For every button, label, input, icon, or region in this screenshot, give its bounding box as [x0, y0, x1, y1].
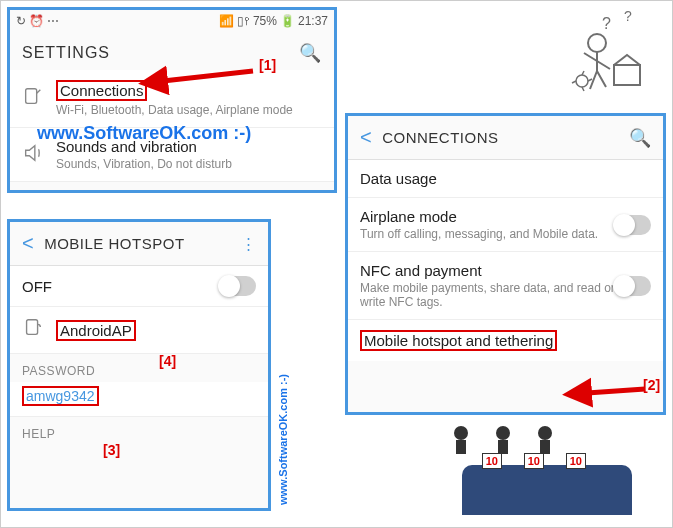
password-section-label: PASSWORD: [10, 354, 268, 382]
svg-point-12: [454, 426, 468, 440]
hotspot-toggle[interactable]: [220, 276, 256, 296]
sync-icon: ↻: [16, 14, 26, 28]
airplane-sub: Turn off calling, messaging, and Mobile …: [360, 227, 615, 241]
settings-title: SETTINGS: [22, 44, 110, 62]
score-3: 10: [566, 453, 586, 469]
svg-rect-13: [456, 440, 466, 454]
svg-point-16: [538, 426, 552, 440]
row-data-usage[interactable]: Data usage: [348, 160, 663, 198]
svg-rect-17: [540, 440, 550, 454]
hotspot-header: < MOBILE HOTSPOT ⋮: [10, 222, 268, 266]
signal-icon: ▯⫯: [237, 14, 250, 28]
watermark-main: www.SoftwareOK.com :-): [37, 123, 251, 144]
wifi-icon: 📶: [219, 14, 234, 28]
svg-line-4: [163, 71, 253, 81]
connections-icon: [22, 86, 56, 112]
dots-icon: ⋯: [47, 14, 59, 28]
svg-point-9: [588, 34, 606, 52]
row-mobile-hotspot[interactable]: Mobile hotspot and tethering: [348, 320, 663, 361]
callout-3: [3]: [103, 442, 120, 458]
watermark-side: www.SoftwareOK.com :-): [277, 374, 289, 505]
settings-header: SETTINGS 🔍: [10, 32, 334, 70]
back-icon[interactable]: <: [22, 232, 34, 255]
callout-4: [4]: [159, 353, 176, 369]
nfc-sub: Make mobile payments, share data, and re…: [360, 281, 615, 309]
row-hotspot-toggle[interactable]: OFF: [10, 266, 268, 307]
couch-illustration: [462, 465, 632, 515]
confused-person-illustration: ? ?: [552, 11, 652, 113]
clock-text: 21:37: [298, 14, 328, 28]
hotspot-title: MOBILE HOTSPOT: [44, 235, 234, 252]
settings-panel: ↻ ⏰ ⋯ 📶 ▯⫯ 75% 🔋 21:37 SETTINGS 🔍 Connec…: [7, 7, 337, 193]
connections-panel: < CONNECTIONS 🔍 Data usage Airplane mode…: [345, 113, 666, 415]
hotspot-panel: < MOBILE HOTSPOT ⋮ OFF AndroidAP PASSWOR…: [7, 219, 271, 511]
ap-icon: [22, 317, 56, 343]
connections-header: < CONNECTIONS 🔍: [348, 116, 663, 160]
connections-sub: Wi-Fi, Bluetooth, Data usage, Airplane m…: [56, 103, 322, 117]
search-icon[interactable]: 🔍: [299, 42, 322, 64]
row-nfc[interactable]: NFC and payment Make mobile payments, sh…: [348, 252, 663, 320]
callout-1: [1]: [259, 57, 276, 73]
status-bar: ↻ ⏰ ⋯ 📶 ▯⫯ 75% 🔋 21:37: [10, 10, 334, 32]
alarm-icon: ⏰: [29, 14, 44, 28]
arrow-2: [581, 383, 651, 403]
row-password[interactable]: amwg9342: [10, 382, 268, 417]
password-value: amwg9342: [22, 386, 99, 406]
svg-rect-15: [498, 440, 508, 454]
nfc-toggle[interactable]: [615, 276, 651, 296]
ap-name: AndroidAP: [56, 320, 136, 341]
svg-line-6: [587, 389, 645, 393]
more-icon[interactable]: ⋮: [241, 235, 257, 253]
help-section-label: HELP: [10, 417, 268, 445]
connections-label: Connections: [56, 80, 147, 101]
battery-icon: 🔋: [280, 14, 295, 28]
svg-rect-0: [26, 88, 37, 103]
svg-text:?: ?: [602, 15, 611, 32]
sounds-icon: [22, 142, 56, 168]
data-usage-label: Data usage: [360, 170, 651, 187]
svg-rect-2: [27, 320, 38, 335]
hotspot-state: OFF: [22, 278, 220, 295]
back-icon[interactable]: <: [360, 126, 372, 149]
judge-3: 10: [530, 425, 586, 471]
svg-point-11: [576, 75, 588, 87]
search-icon[interactable]: 🔍: [629, 127, 652, 149]
airplane-toggle[interactable]: [615, 215, 651, 235]
sounds-sub: Sounds, Vibration, Do not disturb: [56, 157, 322, 171]
battery-percent: 75%: [253, 14, 277, 28]
svg-rect-10: [614, 65, 640, 85]
svg-point-14: [496, 426, 510, 440]
row-ap-name[interactable]: AndroidAP: [10, 307, 268, 354]
svg-text:?: ?: [624, 11, 632, 24]
mobile-hotspot-label: Mobile hotspot and tethering: [360, 330, 557, 351]
nfc-label: NFC and payment: [360, 262, 615, 279]
airplane-label: Airplane mode: [360, 208, 615, 225]
arrow-1: [157, 67, 257, 91]
connections-title: CONNECTIONS: [382, 129, 628, 146]
row-airplane-mode[interactable]: Airplane mode Turn off calling, messagin…: [348, 198, 663, 252]
